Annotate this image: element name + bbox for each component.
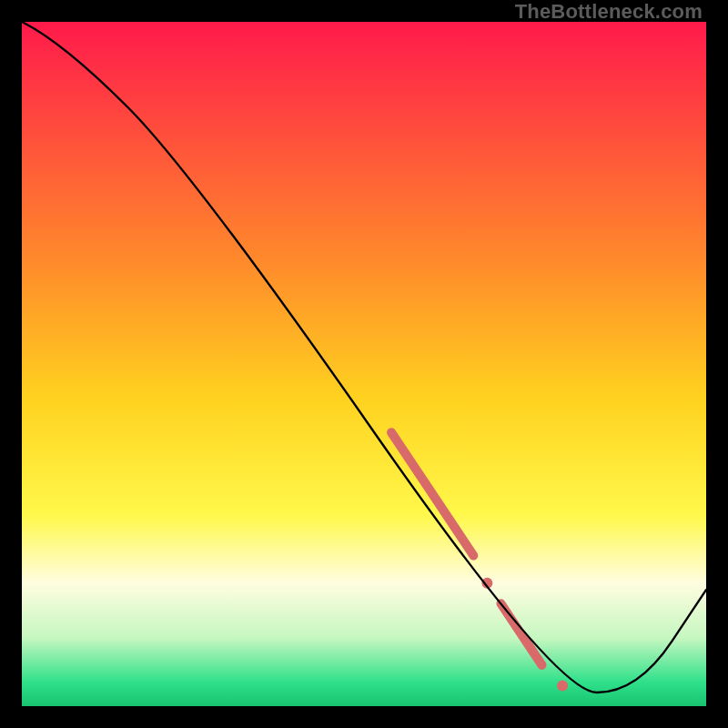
watermark-text: TheBottleneck.com	[515, 0, 703, 24]
chart-frame	[22, 22, 706, 706]
highlight-dot	[557, 680, 568, 691]
bottleneck-chart	[22, 22, 706, 706]
chart-background	[22, 22, 706, 706]
